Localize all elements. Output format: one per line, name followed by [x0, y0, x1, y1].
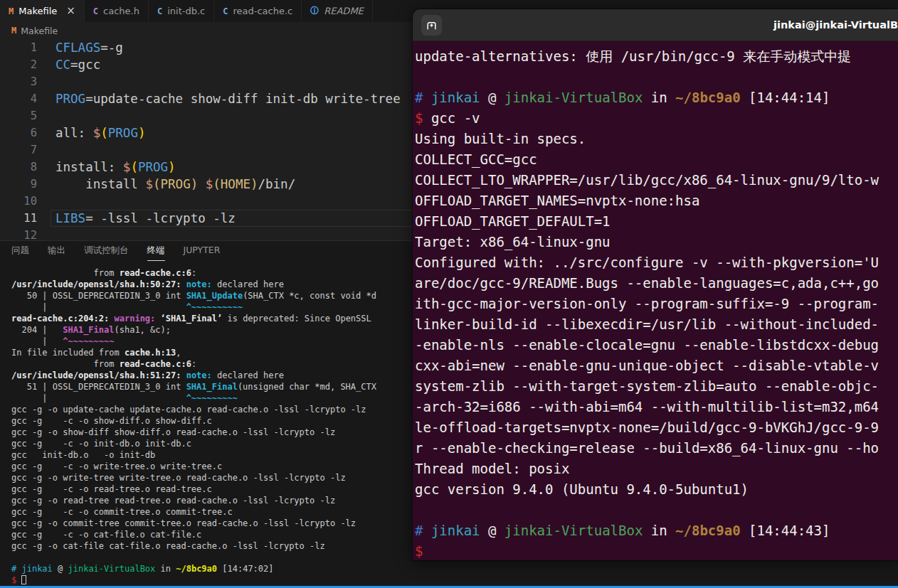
- terminal-line: COLLECT_GCC=gcc: [415, 149, 898, 170]
- terminal-line: [415, 500, 898, 520]
- tab-read-cache.c[interactable]: Cread-cache.c: [214, 0, 302, 22]
- breadcrumb[interactable]: M Makefile: [0, 22, 413, 39]
- terminal-line: # jinkai @ jinkai-VirtualBox in ~/8bc9a0…: [11, 563, 898, 574]
- terminal-line: system-zlib --with-target-system-zlib=au…: [415, 376, 898, 397]
- makefile-file-icon: M: [11, 26, 16, 36]
- terminal-cursor: [21, 575, 26, 584]
- gnome-terminal-window[interactable]: jinkai@jinkai-VirtualB update-alternativ…: [413, 9, 898, 560]
- terminal-line: r --enable-checking=release --build=x86_…: [415, 438, 898, 459]
- screen: MMakefile×Ccache.hCinit-db.cCread-cache.…: [0, 0, 898, 588]
- terminal-line: -enable-nls --enable-clocale=gnu --enabl…: [415, 335, 898, 356]
- terminal-line: cxx-abi=new --enable-gnu-unique-object -…: [415, 356, 898, 376]
- line-number: 5: [0, 107, 37, 124]
- terminal-line: gcc version 9.4.0 (Ubuntu 9.4.0-5ubuntu1…: [415, 479, 898, 500]
- panel-tab[interactable]: 问题: [11, 241, 29, 261]
- close-tab-icon[interactable]: ×: [66, 6, 75, 16]
- line-number: 9: [0, 176, 37, 193]
- breadcrumb-label: Makefile: [21, 26, 58, 36]
- tab-label: init-db.c: [167, 6, 205, 16]
- terminal-line: $: [415, 541, 898, 560]
- gnome-terminal-headerbar[interactable]: jinkai@jinkai-VirtualB: [413, 9, 898, 41]
- window-title: jinkai@jinkai-VirtualB: [773, 9, 898, 41]
- terminal-line: le-offload-targets=nvptx-none=/build/gcc…: [415, 417, 898, 438]
- file-type-icon: C: [223, 6, 228, 16]
- terminal-line: linker-build-id --libexecdir=/usr/lib --…: [415, 314, 898, 335]
- line-number: 4: [0, 90, 37, 107]
- line-number: 7: [0, 141, 37, 159]
- terminal-line: $ gcc -v: [415, 108, 898, 129]
- terminal-line: Using built-in specs.: [415, 129, 898, 149]
- tab-readme[interactable]: ⓘREADME: [302, 0, 373, 22]
- terminal-line: ith-gcc-major-version-only --program-suf…: [415, 294, 898, 314]
- line-number: 2: [0, 56, 37, 73]
- line-number: 8: [0, 159, 37, 176]
- tab-label: README: [324, 6, 364, 16]
- panel-tab[interactable]: 输出: [48, 241, 65, 261]
- tab-init-db.c[interactable]: Cinit-db.c: [149, 0, 214, 22]
- line-number: 6: [0, 124, 37, 141]
- terminal-line: are/doc/gcc-9/README.Bugs --enable-langu…: [415, 273, 898, 294]
- line-number: 12: [0, 227, 37, 240]
- line-number: 3: [0, 73, 37, 90]
- terminal-line: # jinkai @ jinkai-VirtualBox in ~/8bc9a0…: [415, 520, 898, 541]
- terminal-line: $: [11, 574, 898, 586]
- gnome-terminal-screen[interactable]: update-alternatives: 使用 /usr/bin/gcc-9 来…: [413, 41, 898, 560]
- tab-makefile[interactable]: MMakefile×: [0, 0, 85, 22]
- file-type-icon: ⓘ: [310, 5, 319, 17]
- line-number: 1: [0, 39, 37, 56]
- terminal-line: OFFLOAD_TARGET_DEFAULT=1: [415, 211, 898, 232]
- terminal-line: OFFLOAD_TARGET_NAMES=nvptx-none:hsa: [415, 191, 898, 211]
- tab-cache.h[interactable]: Ccache.h: [85, 0, 149, 22]
- panel-tab[interactable]: 调试控制台: [84, 241, 129, 261]
- line-number: 10: [0, 193, 37, 210]
- tab-label: Makefile: [19, 6, 57, 16]
- terminal-line: [415, 67, 898, 87]
- terminal-line: update-alternatives: 使用 /usr/bin/gcc-9 来…: [415, 46, 898, 67]
- file-type-icon: M: [9, 6, 14, 16]
- file-type-icon: C: [157, 6, 162, 16]
- new-tab-button[interactable]: [421, 15, 442, 36]
- panel-tab[interactable]: 终端: [147, 241, 165, 261]
- new-tab-icon: [426, 19, 438, 31]
- terminal-line: # jinkai @ jinkai-VirtualBox in ~/8bc9a0…: [415, 87, 898, 108]
- line-number: 11: [0, 210, 37, 227]
- tab-label: read-cache.c: [233, 6, 292, 16]
- terminal-line: Target: x86_64-linux-gnu: [415, 232, 898, 252]
- file-type-icon: C: [93, 6, 98, 16]
- terminal-line: Configured with: ../src/configure -v --w…: [415, 252, 898, 273]
- panel-tab[interactable]: JUPYTER: [184, 241, 221, 261]
- terminal-line: COLLECT_LTO_WRAPPER=/usr/lib/gcc/x86_64-…: [415, 170, 898, 191]
- terminal-line: Thread model: posix: [415, 459, 898, 479]
- terminal-line: -arch-32=i686 --with-abi=m64 --with-mult…: [415, 397, 898, 417]
- tab-label: cache.h: [103, 6, 139, 16]
